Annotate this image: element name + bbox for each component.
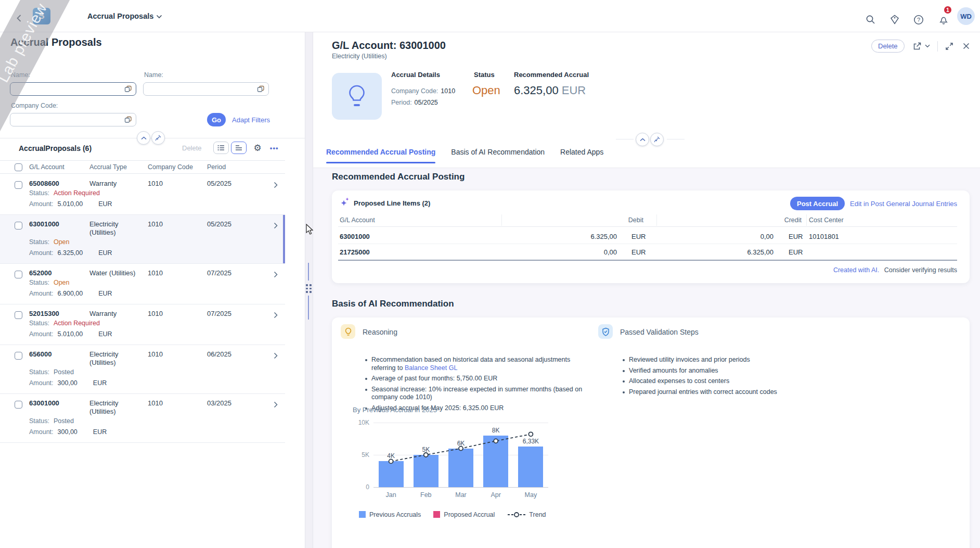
chart-y-tick: 5K [352, 451, 369, 458]
row-checkbox[interactable] [15, 311, 22, 319]
cell-company-code: 1010 [148, 220, 207, 228]
cell-company-code: 1010 [148, 350, 207, 359]
assistant-diamond-icon[interactable] [889, 15, 900, 24]
chart-y-tick: 0 [352, 483, 369, 491]
table-row[interactable]: 52015300Warranty101007/2025Status:Action… [0, 304, 285, 345]
chart-x-tick: Mar [445, 491, 476, 499]
search-icon[interactable] [866, 15, 875, 24]
title-chevron-down-icon[interactable] [156, 15, 162, 19]
splitter-grip[interactable] [306, 284, 312, 293]
tab-basis-of-ai-recommendation[interactable]: Basis of AI Recommendation [451, 148, 545, 163]
share-chevron-down-icon[interactable] [925, 44, 930, 48]
name-field-2-label: Name: [144, 71, 163, 79]
cell-period: 06/2025 [207, 350, 273, 359]
list-overflow-icon[interactable]: ••• [270, 144, 279, 152]
posting-section-heading: Recommended Accrual Posting [332, 172, 465, 182]
name-input-1[interactable] [10, 82, 136, 96]
cell-period: 07/2025 [207, 310, 273, 318]
name-input-2-field[interactable] [144, 83, 257, 95]
lightbulb-icon [345, 83, 369, 109]
table-row[interactable]: 63001000Electricity (Utilities)101003/20… [0, 394, 285, 443]
list-settings-gear-icon[interactable]: ⚙ [254, 144, 262, 152]
row-checkbox[interactable] [15, 271, 22, 278]
reasoning-title: Reasoning [363, 328, 397, 336]
row-status: Status:Posted [29, 416, 285, 427]
name-input-2[interactable] [143, 82, 269, 96]
back-button[interactable] [16, 14, 22, 23]
posting-debit: 6.325,00 [504, 233, 617, 240]
list-toolbar: Delete ⚙ ••• [182, 142, 278, 154]
notification-badge: 1 [943, 5, 952, 15]
notifications-bell-icon[interactable] [938, 15, 949, 26]
cell-gl-account: 52015300 [29, 310, 89, 318]
name-field-label: Name: [11, 71, 30, 79]
company-code-input[interactable] [10, 113, 136, 126]
select-all-checkbox[interactable] [15, 163, 22, 171]
close-icon[interactable] [963, 43, 970, 49]
chart-x-tick: Apr [480, 491, 511, 499]
company-code-row: Company Code:1010 [391, 87, 455, 95]
value-help-icon[interactable] [124, 116, 132, 123]
share-icon[interactable] [913, 42, 922, 50]
table-row[interactable]: 63001000Electricity (Utilities)101005/20… [0, 215, 285, 264]
cell-company-code: 1010 [148, 399, 207, 407]
posting-credit: 6.325,00 [662, 248, 773, 256]
value-help-icon[interactable] [124, 85, 132, 93]
validation-bullet: Allocated expenses to cost centers [622, 377, 913, 386]
back-arrow-icon [16, 14, 22, 23]
cell-accrual-type: Warranty [89, 180, 148, 188]
table-row[interactable]: 656000Electricity (Utilities)101006/2025… [0, 345, 285, 394]
company-code-field[interactable] [10, 113, 124, 126]
go-button[interactable]: Go [207, 113, 226, 126]
row-checkbox[interactable] [15, 222, 22, 230]
avatar[interactable]: WD [957, 7, 975, 25]
list-delete-button[interactable]: Delete [182, 144, 202, 152]
posting-cost-center: 10101801 [809, 233, 839, 240]
detail-pin-button[interactable] [650, 133, 664, 146]
cell-period: 05/2025 [207, 180, 273, 188]
toolbar-divider [937, 41, 938, 52]
row-checkbox[interactable] [15, 352, 22, 360]
adapt-filters-link[interactable]: Adapt Filters [232, 116, 270, 124]
detail-delete-button[interactable]: Delete [871, 40, 905, 53]
row-checkbox[interactable] [15, 401, 22, 409]
chart-trend-line [373, 423, 548, 487]
created-with-ai-link[interactable]: Created with AI. [833, 266, 879, 274]
tab-related-apps[interactable]: Related Apps [560, 148, 603, 163]
edit-journal-entries-link[interactable]: Edit in Post General Journal Entries [850, 200, 957, 208]
table-row[interactable]: 652000Water (Utilities)101007/2025Status… [0, 264, 285, 304]
col-gl-account: G/L Account [29, 163, 89, 171]
detail-collapse-button[interactable] [636, 133, 649, 146]
chevron-right-icon [274, 182, 278, 188]
cell-gl-account: 656000 [29, 350, 89, 359]
view-toggle-detail-icon[interactable] [231, 142, 247, 154]
posting-col-debit: Debit [504, 216, 643, 224]
view-toggle-list-icon[interactable] [213, 142, 229, 154]
balance-sheet-gl-link[interactable]: Balance Sheet GL [405, 364, 457, 372]
help-icon[interactable]: ? [913, 15, 924, 25]
cell-accrual-type: Electricity (Utilities) [89, 399, 148, 416]
ai-footnote: Created with AI. Consider verifying resu… [833, 266, 957, 274]
recommended-accrual-label: Recommended Accrual [514, 71, 589, 79]
row-checkbox[interactable] [15, 181, 22, 189]
chevron-up-icon [141, 136, 147, 140]
splitter-accent [308, 296, 309, 320]
value-help-icon[interactable] [257, 85, 265, 93]
tab-bar-border [313, 168, 980, 168]
post-accrual-button[interactable]: Post Accrual [790, 197, 845, 210]
collapse-header-button[interactable] [137, 131, 150, 145]
cell-company-code: 1010 [148, 269, 207, 277]
cell-gl-account: 63001000 [29, 220, 89, 228]
posting-debit-unit: EUR [631, 233, 646, 240]
tab-recommended-accrual-posting[interactable]: Recommended Accrual Posting [326, 148, 435, 163]
chart-legend: Previous AccrualsProposed AccrualTrend [359, 511, 546, 518]
expand-icon[interactable] [945, 42, 953, 50]
name-input-1-field[interactable] [10, 83, 124, 95]
app-title[interactable]: Accrual Proposals [87, 12, 153, 20]
svg-text:?: ? [917, 17, 920, 23]
app-logo[interactable]: S [33, 8, 50, 24]
table-row[interactable]: 65008600Warranty101005/2025Status:Action… [0, 174, 285, 215]
pin-header-button[interactable] [151, 131, 165, 145]
posting-account: 63001000 [340, 233, 370, 240]
cell-gl-account: 63001000 [29, 399, 89, 407]
